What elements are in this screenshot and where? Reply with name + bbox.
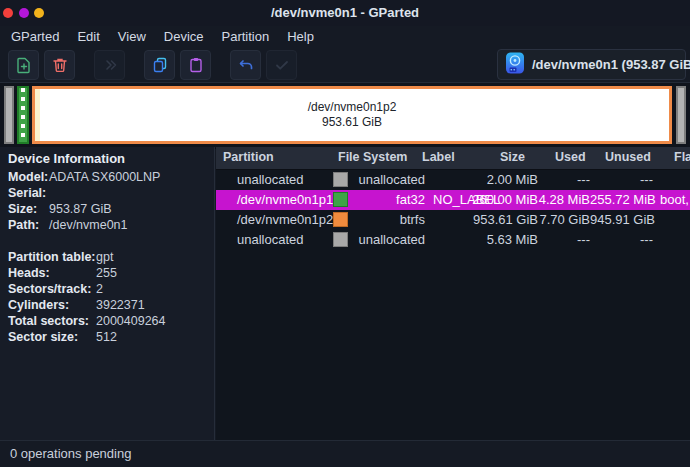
disk-segment-nvme0n1p2[interactable]: /dev/nvme0n1p2 953.61 GiB xyxy=(32,86,672,144)
device-info-label: Heads: xyxy=(8,265,96,281)
disk-segment-nvme0n1p1[interactable] xyxy=(17,86,29,144)
device-info-value: 255 xyxy=(96,265,117,281)
cell-unused: --- xyxy=(590,232,653,247)
cell-filesystem: btrfs xyxy=(336,212,425,227)
device-info-row: Total sectors:2000409264 xyxy=(8,313,210,329)
cell-used: --- xyxy=(538,232,590,247)
gparted-window: /dev/nvme0n1 - GParted GPartedEditViewDe… xyxy=(0,0,690,467)
disk-segment-unallocated-right[interactable] xyxy=(676,86,686,144)
device-info-label: Path: xyxy=(8,217,49,233)
pending-operations-text: 0 operations pending xyxy=(10,446,131,461)
device-info-label: Size: xyxy=(8,201,49,217)
device-info-value: 3922371 xyxy=(96,297,145,313)
partition-table-body: unallocatedunallocated2.00 MiB------/dev… xyxy=(216,170,690,250)
trash-icon xyxy=(51,56,69,74)
disk-visual: /dev/nvme0n1p2 953.61 GiB xyxy=(0,82,690,149)
device-info-value: ADATA SX6000LNP xyxy=(49,169,160,185)
statusbar: 0 operations pending xyxy=(0,440,690,467)
device-info-row: Heads:255 xyxy=(8,265,210,281)
copy-icon xyxy=(151,56,169,74)
checkmark-icon xyxy=(273,56,291,74)
cell-filesystem: fat32 xyxy=(336,192,425,207)
menu-item-partition[interactable]: Partition xyxy=(213,29,279,44)
used-space-strip xyxy=(35,89,40,141)
menu-item-edit[interactable]: Edit xyxy=(68,29,108,44)
table-row[interactable]: unallocatedunallocated5.63 MiB------ xyxy=(216,230,690,250)
device-selector-label: /dev/nvme0n1 (953.87 GiB) xyxy=(532,57,690,72)
device-info-value: 2 xyxy=(96,281,103,297)
delete-partition-button[interactable] xyxy=(44,50,75,80)
column-header-unused: Unused xyxy=(605,150,651,164)
device-info-value: /dev/nvme0n1 xyxy=(49,217,128,233)
device-info-label: Sector size: xyxy=(8,329,96,345)
cell-unused: 255.72 MiB xyxy=(590,192,653,207)
table-row[interactable]: /dev/nvme0n1p2btrfs953.61 GiB7.70 GiB945… xyxy=(216,210,690,230)
device-info-label: Sectors/track: xyxy=(8,281,96,297)
cell-unused: 945.91 GiB xyxy=(590,212,653,227)
cell-used: --- xyxy=(538,172,590,187)
cell-partition: /dev/nvme0n1p2 xyxy=(237,212,333,227)
cell-size: 260.00 MiB xyxy=(466,192,538,207)
cell-partition: /dev/nvme0n1p1 xyxy=(237,192,333,207)
device-info-title: Device Information xyxy=(8,151,125,166)
titlebar: /dev/nvme0n1 - GParted xyxy=(0,0,690,26)
device-info-label: Total sectors: xyxy=(8,313,96,329)
cell-flags: boot, xyxy=(660,192,689,207)
disk-segment-unallocated-left[interactable] xyxy=(4,86,14,144)
device-info-panel: Device Information Model:ADATA SX6000LNP… xyxy=(0,147,215,440)
cell-size: 5.63 MiB xyxy=(466,232,538,247)
device-info-group-1: Model:ADATA SX6000LNPSerial:Size:953.87 … xyxy=(8,169,210,233)
device-info-value: gpt xyxy=(96,249,113,265)
device-info-row: Partition table:gpt xyxy=(8,249,210,265)
document-new-icon xyxy=(15,56,33,74)
menu-item-help[interactable]: Help xyxy=(278,29,323,44)
undo-arrow-icon xyxy=(237,56,255,74)
disk-segment-size: 953.61 GiB xyxy=(322,115,382,130)
device-info-row: Cylinders:3922371 xyxy=(8,297,210,313)
table-row[interactable]: /dev/nvme0n1p1fat32NO_LABEL260.00 MiB4.2… xyxy=(216,190,690,210)
device-info-value: 2000409264 xyxy=(96,313,166,329)
partition-table-header: Partition File System Label Size Used Un… xyxy=(216,147,690,170)
copy-button[interactable] xyxy=(144,50,175,80)
cell-partition: unallocated xyxy=(237,172,304,187)
column-header-flags: Flags xyxy=(674,150,690,164)
disk-segment-label: /dev/nvme0n1p2 xyxy=(308,100,397,115)
device-info-row: Sector size:512 xyxy=(8,329,210,345)
device-info-row: Model:ADATA SX6000LNP xyxy=(8,169,210,185)
hard-drive-icon xyxy=(504,51,526,78)
column-header-size: Size xyxy=(500,150,525,164)
cell-partition: unallocated xyxy=(237,232,304,247)
menu-item-device[interactable]: Device xyxy=(155,29,213,44)
device-info-row: Sectors/track:2 xyxy=(8,281,210,297)
clipboard-icon xyxy=(187,56,205,74)
partition-table: Partition File System Label Size Used Un… xyxy=(216,147,690,440)
device-info-row: Size:953.87 GiB xyxy=(8,201,210,217)
table-row[interactable]: unallocatedunallocated2.00 MiB------ xyxy=(216,170,690,190)
cell-size: 953.61 GiB xyxy=(466,212,538,227)
column-header-label: Label xyxy=(422,150,455,164)
device-info-value: 512 xyxy=(96,329,117,345)
device-info-row: Serial: xyxy=(8,185,210,201)
device-info-label: Model: xyxy=(8,169,49,185)
cell-filesystem: unallocated xyxy=(336,232,425,247)
device-selector[interactable]: /dev/nvme0n1 (953.87 GiB) ▾ xyxy=(497,49,686,80)
device-info-label: Serial: xyxy=(8,185,49,201)
menu-item-gparted[interactable]: GParted xyxy=(2,29,68,44)
cell-filesystem: unallocated xyxy=(336,172,425,187)
device-info-label: Partition table: xyxy=(8,249,96,265)
device-info-group-2: Partition table:gptHeads:255Sectors/trac… xyxy=(8,249,210,345)
cell-size: 2.00 MiB xyxy=(466,172,538,187)
device-info-value: 953.87 GiB xyxy=(49,201,112,217)
menu-item-view[interactable]: View xyxy=(109,29,155,44)
new-partition-button[interactable] xyxy=(8,50,39,80)
cell-used: 7.70 GiB xyxy=(538,212,590,227)
toolbar: /dev/nvme0n1 (953.87 GiB) ▾ xyxy=(0,46,690,82)
menubar: GPartedEditViewDevicePartitionHelp xyxy=(0,26,690,46)
cell-used: 4.28 MiB xyxy=(538,192,590,207)
undo-button[interactable] xyxy=(230,50,261,80)
column-header-partition: Partition xyxy=(223,150,274,164)
double-chevron-icon xyxy=(101,56,119,74)
paste-button[interactable] xyxy=(180,50,211,80)
window-title: /dev/nvme0n1 - GParted xyxy=(0,5,690,20)
column-header-used: Used xyxy=(555,150,586,164)
